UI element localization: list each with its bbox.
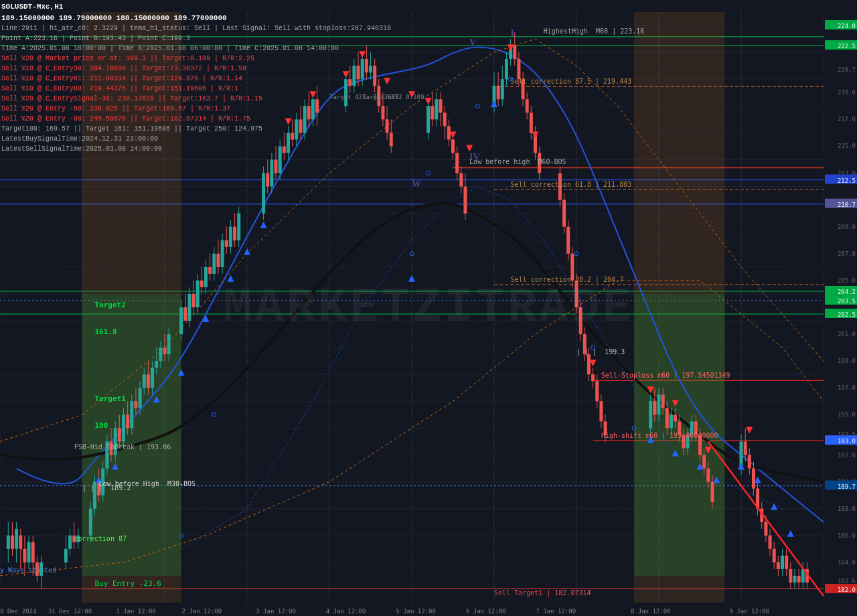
chart-container: MARKETZITRADE SOLUSDT-Mxc,H1 189.1500000… xyxy=(0,0,857,616)
price-chart xyxy=(0,0,857,616)
